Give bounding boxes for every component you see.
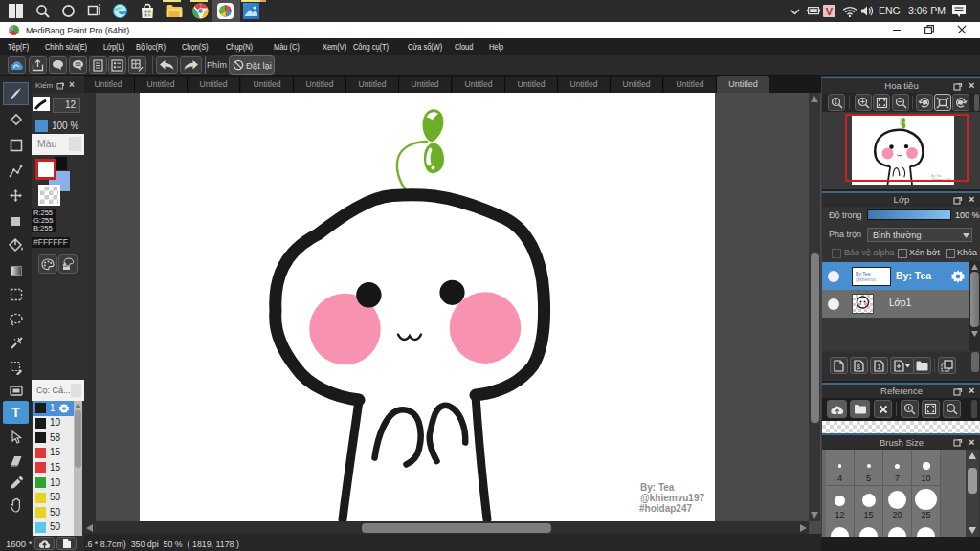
svg-text:#hoidap247: #hoidap247 — [639, 503, 692, 514]
svg-text:8: 8 — [857, 364, 860, 370]
svg-text:1: 1 — [877, 364, 880, 370]
svg-text:By:Tea: By:Tea — [856, 271, 871, 276]
svg-text:By: Tea: By: Tea — [640, 482, 675, 493]
svg-text:1: 1 — [834, 99, 837, 105]
svg-text:@khiemvu: @khiemvu — [856, 277, 877, 282]
svg-text:@khiemvu197: @khiemvu197 — [640, 493, 704, 503]
